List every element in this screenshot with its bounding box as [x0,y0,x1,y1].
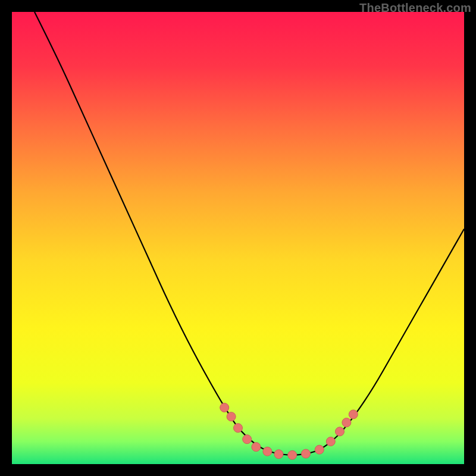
scatter-point [263,447,272,456]
scatter-point [288,450,297,459]
scatter-point [220,403,229,412]
scatter-point [302,449,311,458]
chart-frame: TheBottleneck.com [0,0,476,476]
scatter-point [243,435,252,444]
scatter-point [349,410,358,419]
scatter-point [342,418,351,427]
scatter-point [326,437,335,446]
scatter-point [336,427,345,436]
plot-area [12,12,464,464]
chart-svg [12,12,464,464]
attribution-text: TheBottleneck.com [359,1,471,15]
scatter-point [234,424,243,433]
scatter-point [315,445,324,454]
gradient-background [12,12,464,464]
scatter-point [274,450,283,459]
scatter-point [252,443,261,452]
scatter-point [227,412,236,421]
